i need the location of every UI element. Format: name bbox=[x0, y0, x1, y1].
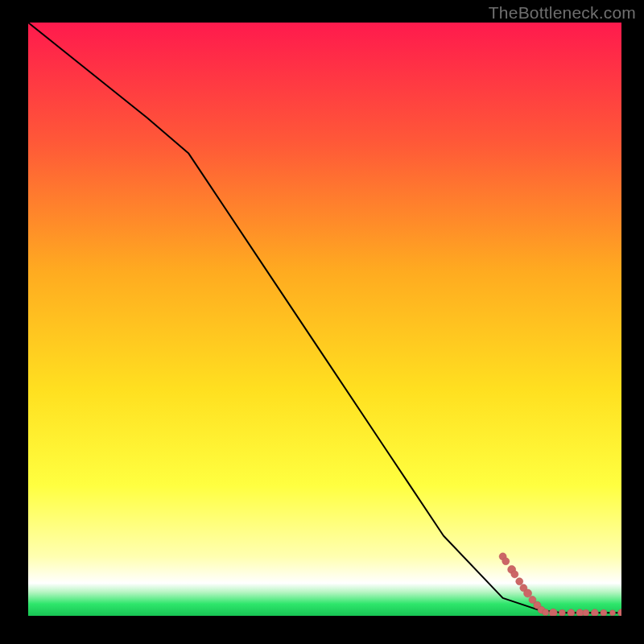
data-point bbox=[583, 609, 589, 616]
data-point bbox=[511, 571, 518, 578]
data-point bbox=[502, 558, 510, 565]
data-point bbox=[559, 609, 565, 616]
watermark-label: TheBottleneck.com bbox=[489, 3, 636, 23]
plot-area bbox=[28, 23, 621, 616]
gradient-background bbox=[28, 23, 621, 616]
data-point bbox=[568, 609, 575, 616]
data-point bbox=[591, 609, 598, 616]
data-point bbox=[516, 578, 523, 585]
chart-stage: TheBottleneck.com bbox=[0, 0, 644, 644]
data-point bbox=[609, 610, 615, 616]
chart-svg bbox=[28, 23, 621, 616]
data-point bbox=[549, 609, 557, 616]
data-point bbox=[543, 609, 549, 616]
data-point bbox=[601, 609, 607, 616]
data-point bbox=[524, 589, 532, 597]
